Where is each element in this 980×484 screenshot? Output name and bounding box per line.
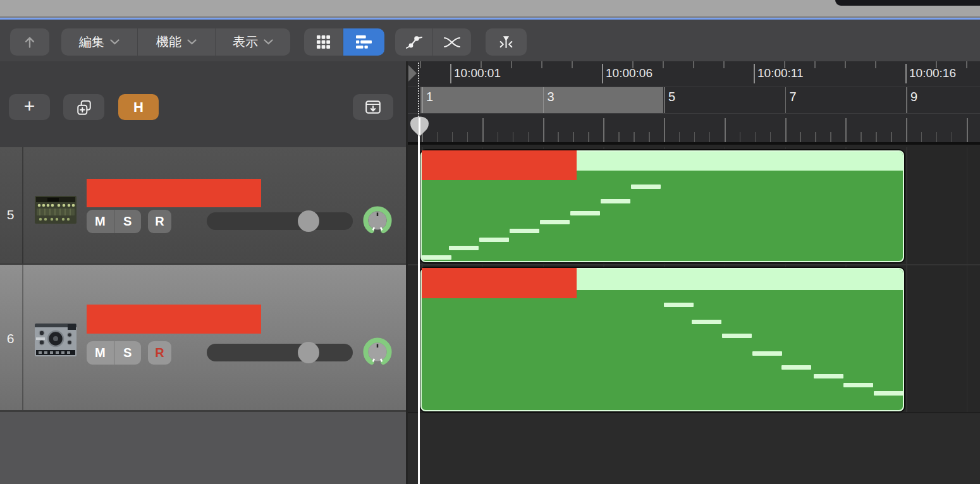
time-tick [875,61,876,68]
beat-tick [891,132,892,145]
beat-tick [603,118,604,145]
midi-note [874,391,903,396]
background-window-edge [835,0,980,6]
catch-playhead-icon [498,33,515,51]
lane-divider [408,264,980,265]
duplicate-track-icon [76,99,92,116]
bar-number-label: 3 [548,90,554,104]
back-button[interactable] [10,28,49,56]
midi-note [540,220,570,224]
beat-tick [437,132,438,145]
flex-button[interactable] [432,28,471,56]
menu-functions[interactable]: 機能 [138,28,216,56]
time-tick [693,61,694,68]
track-number-divider [22,265,23,410]
track-header-config-button[interactable] [353,94,393,120]
playhead-ruler-line [418,63,419,117]
time-label: 10:00:06 [606,66,652,80]
beat-tick [528,132,529,145]
time-label: 10:00:16 [909,66,956,80]
volume-slider[interactable] [207,344,353,361]
midi-note [570,211,600,215]
volume-slider[interactable] [207,212,353,230]
track-header-5[interactable]: 5 [0,147,406,265]
desktop-strip [0,0,980,17]
chevron-down-icon [264,39,273,45]
beat-tick [588,132,589,145]
beat-tick [740,132,741,145]
beat-tick [634,132,635,145]
instrument-icon[interactable] [35,324,77,356]
ruler[interactable]: 10:00:01 10:00:06 10:00:11 10:00:16 1 3 … [408,61,980,145]
bar-number-label: 9 [910,90,917,104]
record-button[interactable]: R [148,210,171,233]
automation-button[interactable] [395,28,432,56]
record-button[interactable]: R [148,341,171,365]
instrument-icon[interactable] [35,196,77,224]
grid-view-icon [316,35,331,49]
catch-playhead-button[interactable] [486,28,527,56]
track-header-config-icon [365,99,381,115]
volume-slider-thumb[interactable] [298,342,319,363]
beat-tick [649,132,650,145]
playhead-line[interactable] [418,121,420,484]
add-track-button[interactable]: + [9,94,50,120]
ruler-row-divider [408,113,980,114]
pan-knob[interactable] [363,337,392,366]
menu-view[interactable]: 表示 [216,28,290,56]
midi-note [479,238,509,242]
time-tick [814,61,816,68]
beat-tick [936,132,938,145]
track-name-redacted[interactable] [87,179,261,207]
daw-window: 編集 機能 表示 [0,0,980,484]
view-mode-toggle [304,28,384,56]
beat-tick [921,132,922,145]
grid-view-button[interactable] [304,28,343,56]
menu-edit[interactable]: 編集 [61,28,138,56]
editor-menu-group: 編集 機能 表示 [61,28,290,56]
automation-curve-icon [406,34,422,51]
beat-tick [679,132,680,145]
beat-tick [967,118,968,145]
midi-note [664,303,694,307]
mute-solo-group: M S [87,210,141,233]
mute-button[interactable]: M [87,210,114,233]
beat-tick [573,132,574,145]
beat-tick [558,132,559,145]
solo-button[interactable]: S [114,210,142,233]
bar-tick [785,87,787,113]
beat-tick [513,132,514,145]
time-label: 10:00:01 [454,66,501,80]
beat-tick [498,132,499,145]
playhead-handle[interactable] [409,116,430,137]
tracks-view-button[interactable] [343,28,384,56]
duplicate-track-button[interactable] [63,94,104,120]
midi-note [692,320,721,324]
cycle-range[interactable] [420,87,663,113]
track-name-redacted[interactable] [87,305,261,334]
empty-track-area[interactable] [0,412,406,484]
track-header-6[interactable]: 6 [0,265,406,412]
time-tick [632,61,634,68]
mute-button[interactable]: M [87,341,114,365]
time-tick [845,61,846,68]
beat-tick [755,132,756,145]
track-header-toolbar: + H [0,61,406,147]
time-tick [450,64,451,83]
pan-knob[interactable] [363,206,392,235]
time-tick [784,61,785,68]
area-below-tracks[interactable] [408,412,980,484]
time-tick [663,61,664,68]
tracks-area-toolbar: 編集 機能 表示 [0,20,980,61]
midi-note [449,246,479,250]
beat-tick [876,132,877,145]
beat-tick [467,132,469,145]
hide-tracks-button[interactable]: H [118,94,159,120]
bar-tick [664,87,665,113]
track-number-divider [22,147,23,263]
region-name-redacted [422,150,577,180]
midi-note [722,334,752,338]
volume-slider-thumb[interactable] [298,210,319,232]
solo-button[interactable]: S [114,341,142,365]
chevron-down-icon [110,39,119,45]
